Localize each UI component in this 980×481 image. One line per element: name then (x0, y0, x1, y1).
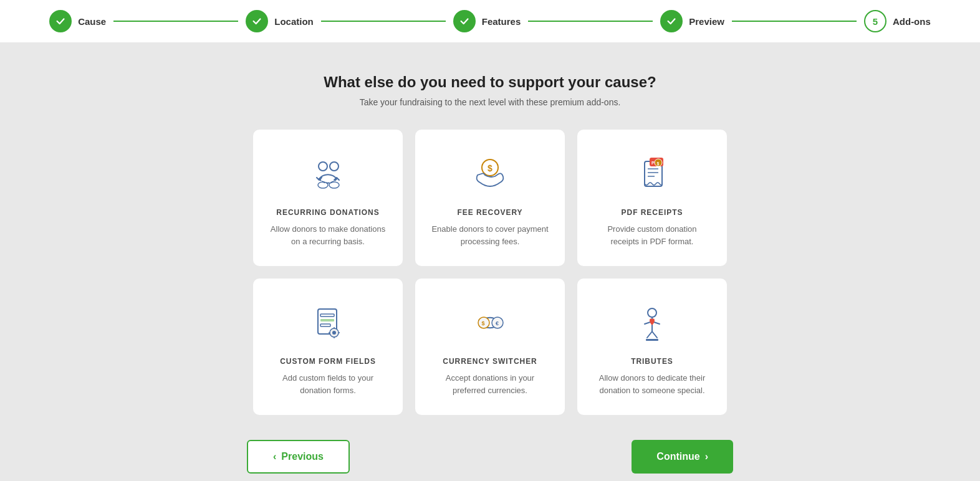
pdf-receipts-desc: Provide custom donation receipts in PDF … (592, 223, 712, 247)
addons-number: 5 (864, 10, 886, 32)
step-preview: Preview (660, 10, 724, 32)
step-location: Location (246, 10, 314, 32)
tributes-title: TRIBUTES (631, 357, 673, 366)
svg-line-33 (652, 331, 657, 338)
svg-text:€: € (496, 320, 499, 326)
svg-rect-34 (646, 339, 658, 341)
preview-label: Preview (689, 16, 724, 27)
preview-check-icon (660, 10, 683, 32)
custom-form-fields-desc: Add custom fields to your donation forms… (268, 372, 388, 396)
svg-point-28 (648, 308, 656, 317)
card-recurring-donations[interactable]: RECURRING DONATIONS Allow donors to make… (253, 130, 403, 266)
svg-point-19 (332, 331, 336, 335)
bottom-actions: ‹ Previous Continue › (247, 440, 733, 474)
location-label: Location (274, 16, 314, 27)
tributes-icon (630, 301, 674, 345)
previous-chevron-icon: ‹ (273, 451, 276, 462)
card-fee-recovery[interactable]: $ FEE RECOVERY Enable donors to cover pa… (415, 130, 565, 266)
line-4 (732, 21, 857, 22)
fee-recovery-desc: Enable donors to cover payment processin… (430, 223, 550, 247)
cause-check-icon (49, 10, 72, 32)
features-label: Features (482, 16, 521, 27)
card-tributes[interactable]: TRIBUTES Allow donors to dedicate their … (577, 279, 727, 415)
cause-label: Cause (78, 16, 106, 27)
location-check-icon (246, 10, 268, 32)
main-content: What else do you need to support your ca… (0, 42, 980, 481)
line-3 (528, 21, 653, 22)
continue-label: Continue (656, 451, 699, 462)
svg-point-0 (319, 162, 327, 171)
continue-button[interactable]: Continue › (632, 440, 733, 474)
step-addons: 5 Add-ons (864, 10, 931, 32)
svg-point-1 (330, 162, 339, 171)
step-features: Features (453, 10, 521, 32)
custom-form-fields-title: CUSTOM FORM FIELDS (280, 357, 376, 366)
features-check-icon (453, 10, 476, 32)
svg-text:$: $ (657, 161, 660, 166)
recurring-donations-desc: Allow donors to make donations on a recu… (268, 223, 388, 247)
tributes-desc: Allow donors to dedicate their donation … (592, 372, 712, 396)
continue-chevron-icon: › (705, 451, 708, 462)
previous-button[interactable]: ‹ Previous (247, 440, 350, 474)
stepper: Cause Location Features Preview 5 Add-on… (0, 0, 980, 42)
addons-grid: RECURRING DONATIONS Allow donors to make… (253, 130, 727, 415)
card-currency-switcher[interactable]: $ € CURRENCY SWITCHER Accept donations i… (415, 279, 565, 415)
svg-point-2 (318, 182, 328, 188)
addons-label: Add-ons (893, 16, 931, 27)
previous-label: Previous (281, 451, 324, 462)
svg-text:$: $ (482, 320, 485, 326)
page-title: What else do you need to support your ca… (324, 74, 656, 91)
currency-switcher-title: CURRENCY SWITCHER (443, 357, 537, 366)
fee-recovery-title: FEE RECOVERY (457, 208, 522, 217)
currency-switcher-icon: $ € (468, 301, 512, 345)
svg-rect-17 (320, 324, 330, 326)
pdf-receipts-title: PDF RECEIPTS (622, 208, 683, 217)
recurring-donations-icon (306, 152, 350, 196)
page-subtitle: Take your fundraising to the next level … (360, 97, 621, 107)
svg-rect-15 (320, 314, 334, 317)
svg-point-3 (329, 182, 339, 188)
svg-rect-16 (320, 319, 334, 321)
line-2 (321, 21, 446, 22)
pdf-receipts-icon: PDF $ (630, 152, 674, 196)
custom-form-fields-icon (306, 301, 350, 345)
currency-switcher-desc: Accept donations in your preferred curre… (430, 372, 550, 396)
line-1 (113, 21, 238, 22)
svg-text:$: $ (488, 163, 492, 173)
svg-line-32 (647, 331, 652, 338)
recurring-donations-title: RECURRING DONATIONS (276, 208, 379, 217)
card-custom-form-fields[interactable]: CUSTOM FORM FIELDS Add custom fields to … (253, 279, 403, 415)
fee-recovery-icon: $ (468, 152, 512, 196)
step-cause: Cause (49, 10, 106, 32)
card-pdf-receipts[interactable]: PDF $ PDF RECEIPTS Provide custom donati… (577, 130, 727, 266)
